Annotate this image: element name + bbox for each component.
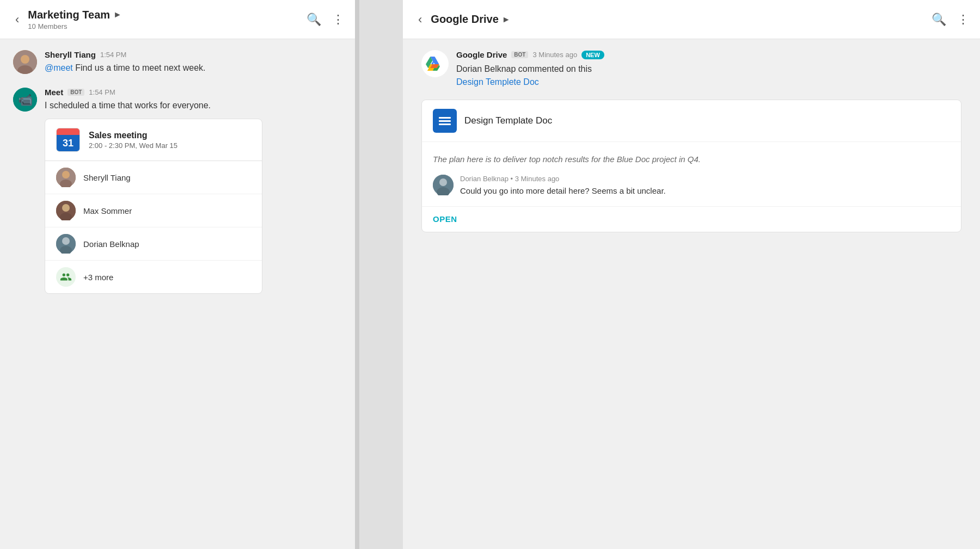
doc-card-header: Design Template Doc: [422, 100, 961, 142]
header-title-row: Marketing Team ►: [28, 9, 122, 21]
doc-icon-lines: [439, 117, 451, 125]
header-title-group: Marketing Team ► 10 Members: [28, 9, 122, 30]
calendar-event-row[interactable]: 31 Sales meeting 2:00 - 2:30 PM, Wed Mar…: [45, 119, 262, 161]
right-header-icons: 🔍 ⋮: [932, 13, 969, 27]
calendar-date: 31: [63, 138, 74, 149]
right-header-left: ‹ Google Drive ►: [414, 10, 511, 29]
chat-content: Sheryll Tiang 1:54 PM @meet Find us a ti…: [0, 39, 355, 549]
svg-point-12: [62, 237, 70, 245]
comment-content: Dorian Belknap • 3 Minutes ago Could you…: [460, 175, 950, 198]
doc-line-1: [439, 117, 451, 119]
new-badge: NEW: [581, 51, 604, 59]
event-time: 2:00 - 2:30 PM, Wed Mar 15: [89, 141, 177, 150]
drive-title: Google Drive: [431, 13, 498, 26]
drive-notification-content: Google Drive BOT 3 Minutes ago NEW Doria…: [456, 50, 961, 91]
drive-message-group: Google Drive BOT 3 Minutes ago NEW Doria…: [416, 50, 967, 91]
attendee-name-dorian: Dorian Belknap: [83, 239, 139, 249]
left-header: ‹ Marketing Team ► 10 Members 🔍 ⋮: [0, 0, 355, 39]
comment-row: Dorian Belknap • 3 Minutes ago Could you…: [433, 175, 950, 198]
event-title: Sales meeting: [89, 131, 177, 140]
event-info: Sales meeting 2:00 - 2:30 PM, Wed Mar 15: [89, 131, 177, 150]
doc-card: Design Template Doc The plan here is to …: [421, 100, 961, 232]
back-button[interactable]: ‹: [11, 10, 23, 29]
doc-icon: [433, 109, 457, 133]
member-count: 10 Members: [28, 22, 122, 30]
right-header-title-row: Google Drive ►: [431, 13, 510, 26]
meet-message-header: Meet BOT 1:54 PM: [45, 88, 342, 97]
doc-line-3: [439, 124, 451, 125]
right-panel: ‹ Google Drive ► 🔍 ⋮: [403, 0, 980, 549]
commenter-name: Dorian Belknap • 3 Minutes ago: [460, 175, 950, 183]
meet-bot-badge: BOT: [68, 89, 84, 96]
drive-title-chevron-icon: ►: [502, 15, 511, 24]
attendee-name-max: Max Sommer: [83, 206, 132, 215]
drive-bot-badge: BOT: [511, 51, 528, 58]
search-icon[interactable]: 🔍: [307, 13, 321, 27]
drive-comment-description: Dorian Belknap commented on this Design …: [456, 63, 961, 89]
meet-time: 1:54 PM: [89, 88, 115, 96]
sheryll-message-header: Sheryll Tiang 1:54 PM: [45, 50, 342, 59]
more-options-icon[interactable]: ⋮: [332, 13, 344, 27]
right-search-icon[interactable]: 🔍: [932, 13, 946, 27]
right-more-options-icon[interactable]: ⋮: [957, 13, 969, 27]
drive-content: Google Drive BOT 3 Minutes ago NEW Doria…: [403, 39, 980, 549]
doc-line-2: [439, 120, 451, 122]
drive-logo-avatar: [421, 50, 449, 77]
more-attendees-row[interactable]: +3 more: [45, 261, 262, 293]
meet-avatar: 📹: [13, 88, 37, 112]
doc-card-footer: OPEN: [422, 207, 961, 232]
calendar-card: 31 Sales meeting 2:00 - 2:30 PM, Wed Mar…: [45, 119, 262, 294]
calendar-icon-top: [57, 128, 79, 135]
meet-message-content: Meet BOT 1:54 PM I scheduled a time that…: [45, 88, 342, 294]
svg-point-9: [62, 204, 70, 212]
channel-title: Marketing Team: [28, 9, 110, 21]
sheryll-message-content: Sheryll Tiang 1:54 PM @meet Find us a ti…: [45, 50, 342, 75]
title-chevron-icon: ►: [113, 10, 122, 20]
right-header: ‹ Google Drive ► 🔍 ⋮: [403, 0, 980, 39]
comment-text: Could you go into more detail here? Seem…: [460, 185, 950, 198]
sheryll-message-text: @meet Find us a time to meet next week.: [45, 61, 342, 75]
attendee-row-max[interactable]: Max Sommer: [45, 194, 262, 227]
svg-point-6: [62, 171, 70, 178]
header-icons: 🔍 ⋮: [307, 13, 344, 27]
svg-point-1: [21, 55, 29, 64]
drive-notification-header: Google Drive BOT 3 Minutes ago NEW: [456, 50, 961, 59]
attendee-avatar-max: [56, 201, 76, 220]
sheryll-name: Sheryll Tiang: [45, 50, 96, 59]
drive-source-name: Google Drive: [456, 50, 507, 59]
right-back-button[interactable]: ‹: [414, 10, 426, 29]
calendar-icon: 31: [56, 128, 80, 152]
attendee-row-dorian[interactable]: Dorian Belknap: [45, 227, 262, 261]
left-panel: ‹ Marketing Team ► 10 Members 🔍 ⋮: [0, 0, 359, 549]
meet-message-text: I scheduled a time that works for everyo…: [45, 99, 342, 112]
doc-preview-text: The plan here is to deliver top notch re…: [433, 153, 950, 166]
attendee-avatar-dorian: [56, 234, 76, 254]
svg-point-18: [439, 178, 447, 186]
more-attendees-label: +3 more: [83, 273, 113, 282]
doc-preview: The plan here is to deliver top notch re…: [422, 142, 961, 207]
attendee-name-sheryll: Sheryll Tiang: [83, 173, 131, 182]
panel-divider: [359, 0, 403, 549]
attendee-avatar-sheryll: [56, 168, 76, 187]
header-left: ‹ Marketing Team ► 10 Members: [11, 9, 122, 30]
sheryll-avatar: [13, 50, 37, 74]
doc-title: Design Template Doc: [464, 115, 552, 126]
calendar-icon-body: 31: [57, 135, 79, 151]
meet-message-group: 📹 Meet BOT 1:54 PM I scheduled a time th…: [13, 88, 342, 294]
meet-name: Meet: [45, 88, 63, 97]
open-button[interactable]: OPEN: [433, 214, 457, 224]
doc-link[interactable]: Design Templete Doc: [456, 77, 539, 87]
sheryll-time: 1:54 PM: [100, 51, 126, 59]
svg-text:📹: 📹: [18, 92, 33, 107]
attendee-row-sheryll[interactable]: Sheryll Tiang: [45, 161, 262, 194]
right-header-title-group: Google Drive ►: [431, 13, 510, 26]
mention-meet[interactable]: @meet: [45, 63, 73, 72]
sheryll-message-group: Sheryll Tiang 1:54 PM @meet Find us a ti…: [13, 50, 342, 75]
drive-time: 3 Minutes ago: [532, 51, 577, 59]
more-attendees-icon: [56, 267, 76, 287]
commenter-avatar: [433, 175, 454, 195]
